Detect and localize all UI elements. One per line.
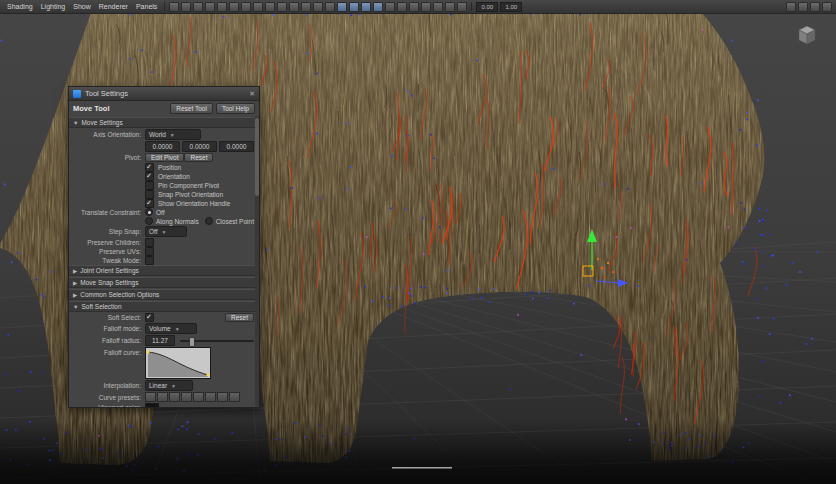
menu-renderer[interactable]: Renderer bbox=[96, 3, 131, 10]
gamma-field[interactable] bbox=[500, 2, 522, 12]
x-ray-icon[interactable] bbox=[457, 2, 467, 12]
menu-shading[interactable]: Shading bbox=[4, 3, 36, 10]
section-joint-orient-settings[interactable]: ▶ Joint Orient Settings bbox=[69, 265, 259, 276]
render-view-icon[interactable] bbox=[786, 2, 796, 12]
viewcube-gizmo[interactable] bbox=[796, 24, 818, 50]
falloff-curve-widget[interactable] bbox=[145, 347, 211, 379]
falloff-mode-dropdown[interactable]: Volume ▼ bbox=[145, 323, 197, 334]
section-label: Common Selection Options bbox=[80, 291, 159, 298]
falloff-curve-label: Falloff curve: bbox=[71, 347, 141, 356]
smooth-icon[interactable] bbox=[169, 392, 180, 402]
menu-panels[interactable]: Panels bbox=[133, 3, 160, 10]
menu-show[interactable]: Show bbox=[70, 3, 94, 10]
gate-mask-icon[interactable] bbox=[289, 2, 299, 12]
linear-icon[interactable] bbox=[157, 392, 168, 402]
spike-icon[interactable] bbox=[217, 392, 228, 402]
interpolation-label: Interpolation: bbox=[71, 382, 141, 389]
reset-tool-button[interactable]: Reset Tool bbox=[170, 103, 213, 114]
viewport-color-swatch[interactable] bbox=[145, 403, 159, 407]
grid-icon[interactable] bbox=[253, 2, 263, 12]
preserve-uvs-label: Preserve UVs: bbox=[71, 248, 141, 255]
preserve-children-checkbox[interactable] bbox=[145, 238, 154, 247]
scene-options-icon[interactable] bbox=[822, 2, 832, 12]
screen-space-ao-icon[interactable] bbox=[397, 2, 407, 12]
grease-pencil-icon[interactable] bbox=[241, 2, 251, 12]
constraint-off-radio[interactable] bbox=[145, 208, 153, 216]
axis-y-field[interactable] bbox=[182, 141, 217, 152]
film-gate-icon[interactable] bbox=[265, 2, 275, 12]
bookmarks-icon[interactable] bbox=[205, 2, 215, 12]
axis-orientation-label: Axis Orientation: bbox=[71, 131, 141, 138]
safe-action-icon[interactable] bbox=[313, 2, 323, 12]
show-orientation-handle-checkbox[interactable] bbox=[145, 199, 154, 208]
pivot-reset-button[interactable]: Reset bbox=[184, 153, 213, 162]
soft-icon[interactable] bbox=[145, 392, 156, 402]
multisampling-icon[interactable] bbox=[421, 2, 431, 12]
falloff-radius-field[interactable] bbox=[145, 335, 175, 346]
tool-help-button[interactable]: Tool Help bbox=[216, 103, 255, 114]
snapshot-icon[interactable] bbox=[810, 2, 820, 12]
scrollbar-thumb[interactable] bbox=[255, 118, 259, 196]
toolbar-icon-group bbox=[169, 2, 467, 12]
tool-settings-icon bbox=[73, 90, 81, 98]
preserve-children-label: Preserve Children: bbox=[71, 239, 141, 246]
image-plane-icon[interactable] bbox=[217, 2, 227, 12]
lock-camera-icon[interactable] bbox=[181, 2, 191, 12]
falloff-mode-label: Falloff mode: bbox=[71, 325, 141, 332]
section-soft-selection[interactable]: ▼ Soft Selection bbox=[69, 301, 259, 312]
exposure-field[interactable] bbox=[476, 2, 498, 12]
section-label: Move Snap Settings bbox=[80, 279, 138, 286]
menu-lighting[interactable]: Lighting bbox=[38, 3, 69, 10]
constraint-closest-point-radio[interactable] bbox=[205, 217, 213, 225]
soft-select-label: Soft Select: bbox=[71, 314, 141, 321]
step-icon[interactable] bbox=[229, 392, 240, 402]
constraint-along-normals-radio[interactable] bbox=[145, 217, 153, 225]
textured-icon[interactable] bbox=[361, 2, 371, 12]
camera-attributes-icon[interactable] bbox=[193, 2, 203, 12]
preserve-uvs-checkbox[interactable] bbox=[145, 247, 154, 256]
pin-component-pivot-checkbox[interactable] bbox=[145, 181, 154, 190]
slider-thumb[interactable] bbox=[189, 337, 195, 347]
bubble-icon[interactable] bbox=[205, 392, 216, 402]
isolate-select-icon[interactable] bbox=[445, 2, 455, 12]
axis-x-field[interactable] bbox=[145, 141, 180, 152]
chevron-down-icon: ▼ bbox=[175, 326, 180, 332]
panel-scrollbar[interactable] bbox=[255, 116, 259, 406]
interpolation-dropdown[interactable]: Linear ▼ bbox=[145, 380, 193, 391]
smooth-shade-icon[interactable] bbox=[349, 2, 359, 12]
pin-component-pivot-label: Pin Component Pivot bbox=[158, 182, 219, 189]
two-d-pan-zoom-icon[interactable] bbox=[229, 2, 239, 12]
step-snap-dropdown[interactable]: Off ▼ bbox=[145, 226, 187, 237]
climb-icon[interactable] bbox=[193, 392, 204, 402]
toolbar-icon-group-right bbox=[786, 2, 832, 12]
safe-title-icon[interactable] bbox=[325, 2, 335, 12]
section-label: Move Settings bbox=[81, 119, 122, 126]
maya-viewport-window: Shading Lighting Show Renderer Panels To… bbox=[0, 0, 836, 484]
axis-z-field[interactable] bbox=[219, 141, 254, 152]
section-common-selection-options[interactable]: ▶ Common Selection Options bbox=[69, 289, 259, 300]
ipr-render-icon[interactable] bbox=[798, 2, 808, 12]
tweak-mode-checkbox[interactable] bbox=[145, 256, 154, 265]
axis-orientation-dropdown[interactable]: World ▼ bbox=[145, 129, 201, 140]
orientation-checkbox[interactable] bbox=[145, 172, 154, 181]
fade-icon[interactable] bbox=[181, 392, 192, 402]
select-camera-icon[interactable] bbox=[169, 2, 179, 12]
falloff-radius-slider[interactable] bbox=[180, 340, 254, 342]
depth-of-field-icon[interactable] bbox=[433, 2, 443, 12]
collapse-arrow-icon: ▶ bbox=[73, 280, 77, 286]
motion-blur-icon[interactable] bbox=[409, 2, 419, 12]
soft-select-checkbox[interactable] bbox=[145, 313, 154, 322]
section-move-settings[interactable]: ▼ Move Settings bbox=[69, 117, 259, 128]
wireframe-icon[interactable] bbox=[337, 2, 347, 12]
edit-pivot-button[interactable]: Edit Pivot bbox=[145, 153, 184, 162]
close-icon[interactable]: ✕ bbox=[249, 90, 255, 97]
chevron-down-icon: ▼ bbox=[162, 229, 167, 235]
use-all-lights-icon[interactable] bbox=[373, 2, 383, 12]
shadows-icon[interactable] bbox=[385, 2, 395, 12]
section-move-snap-settings[interactable]: ▶ Move Snap Settings bbox=[69, 277, 259, 288]
panel-titlebar[interactable]: Tool Settings ✕ bbox=[69, 87, 259, 101]
resolution-gate-icon[interactable] bbox=[277, 2, 287, 12]
toolbar-separator bbox=[164, 2, 165, 11]
field-chart-icon[interactable] bbox=[301, 2, 311, 12]
soft-select-reset-button[interactable]: Reset bbox=[225, 313, 254, 322]
